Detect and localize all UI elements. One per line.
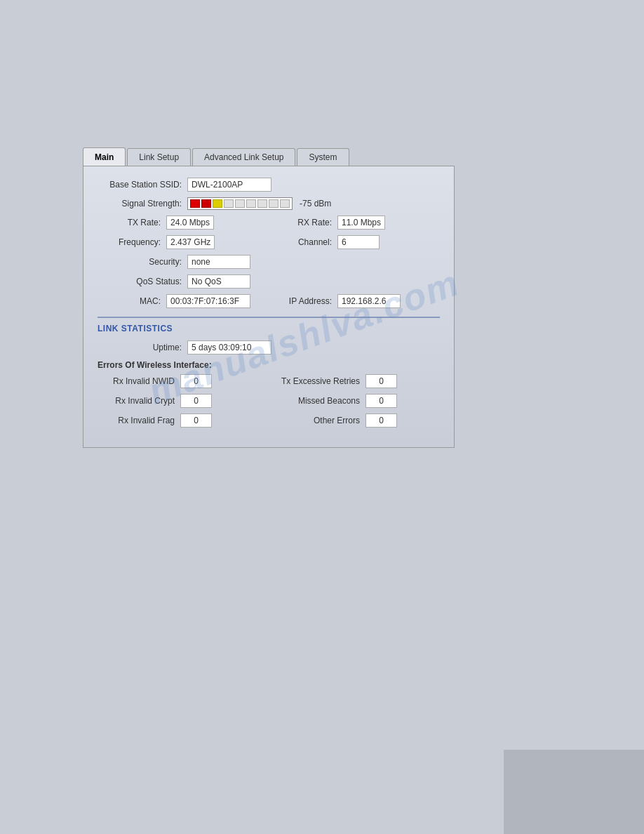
mac-label: MAC: xyxy=(98,296,161,306)
qos-status-row: QoS Status: No QoS xyxy=(98,274,440,289)
tab-advanced-link-setup[interactable]: Advanced Link Setup xyxy=(192,148,295,166)
qos-status-label: QoS Status: xyxy=(98,277,182,286)
mac-ip-row: MAC: 00:03:7F:07:16:3F IP Address: 192.1… xyxy=(98,294,440,308)
uptime-row: Uptime: 5 days 03:09:10 xyxy=(98,340,440,355)
rx-invalid-frag-col: Rx Invalid Frag 0 xyxy=(98,413,269,428)
signal-bar-1 xyxy=(190,199,200,208)
rx-rate-col: RX Rate: 11.0 Mbps xyxy=(269,216,440,230)
tab-link-setup[interactable]: Link Setup xyxy=(127,148,191,166)
rx-invalid-crypt-value: 0 xyxy=(180,394,212,408)
bottom-gray-block xyxy=(504,750,644,834)
signal-bar-3 xyxy=(213,199,222,208)
signal-strength-label: Signal Strength: xyxy=(98,199,182,208)
signal-strength-display: -75 dBm xyxy=(187,197,331,210)
tx-rate-value: 24.0 Mbps xyxy=(166,216,214,230)
rx-rate-value: 11.0 Mbps xyxy=(337,216,385,230)
frequency-label: Frequency: xyxy=(98,237,161,247)
errors-label: Errors Of Wireless Interface: xyxy=(98,360,440,370)
base-station-ssid-row: Base Station SSID: DWL-2100AP xyxy=(98,178,440,192)
other-errors-col: Other Errors 0 xyxy=(269,413,440,428)
ip-address-label: IP Address: xyxy=(269,296,332,306)
rx-invalid-frag-label: Rx Invalid Frag xyxy=(98,416,175,425)
errors-row-1: Rx Invalid NWID 0 Tx Excessive Retries 0 xyxy=(98,374,440,388)
rx-invalid-crypt-col: Rx Invalid Crypt 0 xyxy=(98,394,269,408)
tx-rx-rate-row: TX Rate: 24.0 Mbps RX Rate: 11.0 Mbps xyxy=(98,216,440,230)
ip-address-value: 192.168.2.6 xyxy=(337,294,401,308)
signal-bar-9 xyxy=(280,199,290,208)
uptime-label: Uptime: xyxy=(98,343,182,352)
qos-status-value: No QoS xyxy=(187,274,250,289)
section-divider xyxy=(98,317,440,318)
errors-row-3: Rx Invalid Frag 0 Other Errors 0 xyxy=(98,413,440,428)
rx-invalid-nwid-col: Rx Invalid NWID 0 xyxy=(98,374,269,388)
channel-value: 6 xyxy=(337,235,380,249)
tx-excessive-retries-label: Tx Excessive Retries xyxy=(269,376,360,386)
signal-bar-8 xyxy=(269,199,279,208)
signal-strength-value: -75 dBm xyxy=(300,199,331,208)
signal-bar-6 xyxy=(246,199,256,208)
rx-invalid-frag-value: 0 xyxy=(180,413,212,428)
uptime-value: 5 days 03:09:10 xyxy=(187,340,271,355)
ip-address-col: IP Address: 192.168.2.6 xyxy=(269,294,440,308)
base-station-ssid-value: DWL-2100AP xyxy=(187,178,271,192)
signal-bar-4 xyxy=(224,199,234,208)
frequency-col: Frequency: 2.437 GHz xyxy=(98,235,269,249)
tab-main[interactable]: Main xyxy=(83,147,126,166)
security-label: Security: xyxy=(98,257,182,267)
tx-excessive-retries-col: Tx Excessive Retries 0 xyxy=(269,374,440,388)
base-station-ssid-label: Base Station SSID: xyxy=(98,180,182,190)
mac-col: MAC: 00:03:7F:07:16:3F xyxy=(98,294,269,308)
security-row: Security: none xyxy=(98,255,440,269)
other-errors-value: 0 xyxy=(365,413,397,428)
security-value: none xyxy=(187,255,250,269)
channel-label: Channel: xyxy=(269,237,332,247)
frequency-channel-row: Frequency: 2.437 GHz Channel: 6 xyxy=(98,235,440,249)
rx-invalid-crypt-label: Rx Invalid Crypt xyxy=(98,396,175,406)
signal-bar-2 xyxy=(201,199,211,208)
signal-bar-7 xyxy=(257,199,267,208)
main-panel: Base Station SSID: DWL-2100AP Signal Str… xyxy=(83,166,455,448)
tab-system[interactable]: System xyxy=(297,148,349,166)
tx-excessive-retries-value: 0 xyxy=(365,374,397,388)
rx-invalid-nwid-label: Rx Invalid NWID xyxy=(98,376,175,386)
rx-invalid-nwid-value: 0 xyxy=(180,374,212,388)
rx-rate-label: RX Rate: xyxy=(269,218,332,227)
signal-bar-5 xyxy=(235,199,245,208)
tx-rate-label: TX Rate: xyxy=(98,218,161,227)
tx-rate-col: TX Rate: 24.0 Mbps xyxy=(98,216,269,230)
signal-bars xyxy=(187,197,293,210)
mac-value: 00:03:7F:07:16:3F xyxy=(166,294,250,308)
other-errors-label: Other Errors xyxy=(269,416,360,425)
errors-row-2: Rx Invalid Crypt 0 Missed Beacons 0 xyxy=(98,394,440,408)
missed-beacons-col: Missed Beacons 0 xyxy=(269,394,440,408)
missed-beacons-label: Missed Beacons xyxy=(269,396,360,406)
missed-beacons-value: 0 xyxy=(365,394,397,408)
tab-bar: Main Link Setup Advanced Link Setup Syst… xyxy=(83,147,455,166)
frequency-value: 2.437 GHz xyxy=(166,235,215,249)
channel-col: Channel: 6 xyxy=(269,235,440,249)
signal-strength-row: Signal Strength: -75 dBm xyxy=(98,197,440,210)
link-statistics-title: LINK STATISTICS xyxy=(98,324,440,333)
